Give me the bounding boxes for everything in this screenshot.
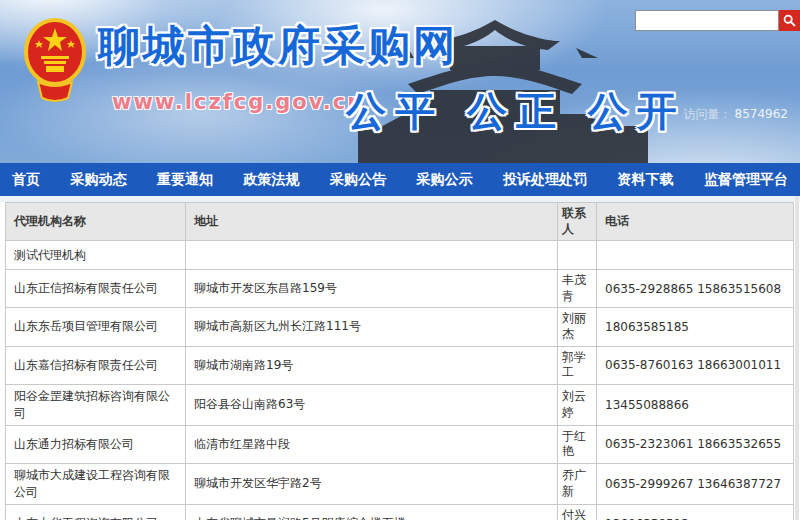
agency-name-cell: 山东嘉信招标有限责任公司 [6,346,186,384]
slogan: 公平 公正 公开 [346,84,686,139]
table-row: 山东正信招标有限责任公司 聊城市开发区东昌路159号 丰茂青 0635-2928… [6,270,794,308]
nav-item[interactable]: 监督管理平台 [704,171,788,189]
contact-cell: 郭学工 [558,346,597,384]
search-input[interactable] [635,10,779,31]
contact-cell: 付兴杰 [558,504,597,520]
column-header-contact: 联系人 [558,203,597,241]
contact-cell: 于红艳 [558,425,597,463]
contact-cell: 丰茂青 [558,270,597,308]
contact-cell: 刘云婷 [558,384,597,425]
phone-cell: 13455088866 [597,384,794,425]
site-url: www.lczfcg.gov.cn [112,90,364,114]
address-cell: 临清市红星路中段 [186,425,558,463]
search-area [635,10,800,31]
nav-item[interactable]: 重要通知 [157,171,213,189]
phone-cell [597,241,794,270]
address-cell: 山东省聊城市昌润路5号明康综合楼五楼 [186,504,558,520]
table-header-row: 代理机构名称 地址 联系人 电话 [6,203,794,241]
contact-cell: 乔广新 [558,463,597,504]
agency-name-cell: 阳谷金罡建筑招标咨询有限公司 [6,384,186,425]
visit-counter-label: 访问量： [684,107,732,121]
national-emblem-logo [24,18,86,104]
nav-item[interactable]: 投诉处理处罚 [503,171,587,189]
address-cell [186,241,558,270]
phone-cell: 0635-2323061 18663532655 [597,425,794,463]
phone-cell: 0635-2999267 13646387727 [597,463,794,504]
phone-cell: 18063585185 [597,308,794,346]
site-title: 聊城市政府采购网 [98,18,458,74]
nav-item[interactable]: 资料下载 [618,171,674,189]
table-row: 山东东岳项目管理有限公司 聊城市高新区九州长江路111号 刘丽杰 1806358… [6,308,794,346]
agency-name-cell: 山东通力招标有限公司 [6,425,186,463]
nav-item[interactable]: 首页 [12,171,40,189]
nav-bar: 首页 采购动态 重要通知 政策法规 采购公告 采购公示 投诉处理处罚 资料下载 … [0,163,800,196]
address-cell: 聊城市湖南路19号 [186,346,558,384]
table-row: 聊城市大成建设工程咨询有限公司 聊城市开发区华宇路2号 乔广新 0635-299… [6,463,794,504]
search-button[interactable] [779,10,800,31]
address-cell: 聊城市开发区华宇路2号 [186,463,558,504]
site-header: 聊城市政府采购网 www.lczfcg.gov.cn 公平 公正 公开 访问量：… [0,0,800,163]
table-row: 山东通力招标有限公司 临清市红星路中段 于红艳 0635-2323061 186… [6,425,794,463]
agency-name-cell: 山东正信招标有限责任公司 [6,270,186,308]
table-row: 山东嘉信招标有限责任公司 聊城市湖南路19号 郭学工 0635-8760163 … [6,346,794,384]
column-header-phone: 电话 [597,203,794,241]
address-cell: 聊城市开发区东昌路159号 [186,270,558,308]
contact-cell [558,241,597,270]
scrollbar[interactable] [795,196,799,520]
address-cell: 阳谷县谷山南路63号 [186,384,558,425]
table-row: 阳谷金罡建筑招标咨询有限公司 阳谷县谷山南路63号 刘云婷 1345508886… [6,384,794,425]
table-row: 山东大华工程咨询有限公司 山东省聊城市昌润路5号明康综合楼五楼 付兴杰 1360… [6,504,794,520]
agency-table-body: 测试代理机构 山东正信招标有限责任公司 聊城市开发区东昌路159号 丰茂青 06… [6,241,794,520]
phone-cell: 13606358513 [597,504,794,520]
column-header-agency-name: 代理机构名称 [6,203,186,241]
agency-name-cell: 测试代理机构 [6,241,186,270]
nav-item[interactable]: 采购动态 [71,171,127,189]
search-icon [783,14,796,27]
nav-item[interactable]: 采购公示 [417,171,473,189]
agency-name-cell: 山东大华工程咨询有限公司 [6,504,186,520]
contact-cell: 刘丽杰 [558,308,597,346]
nav-item[interactable]: 采购公告 [330,171,386,189]
page: 聊城市政府采购网 www.lczfcg.gov.cn 公平 公正 公开 访问量：… [0,0,800,520]
column-header-address: 地址 [186,203,558,241]
agency-name-cell: 山东东岳项目管理有限公司 [6,308,186,346]
phone-cell: 0635-2928865 15863515608 [597,270,794,308]
nav-item[interactable]: 政策法规 [244,171,300,189]
visit-counter: 访问量：8574962 [684,106,788,123]
agency-table: 代理机构名称 地址 联系人 电话 测试代理机构 山东正信招标有限责任公司 聊城市… [5,202,794,520]
address-cell: 聊城市高新区九州长江路111号 [186,308,558,346]
phone-cell: 0635-8760163 18663001011 [597,346,794,384]
table-row: 测试代理机构 [6,241,794,270]
visit-counter-value: 8574962 [735,107,788,121]
agency-name-cell: 聊城市大成建设工程咨询有限公司 [6,463,186,504]
